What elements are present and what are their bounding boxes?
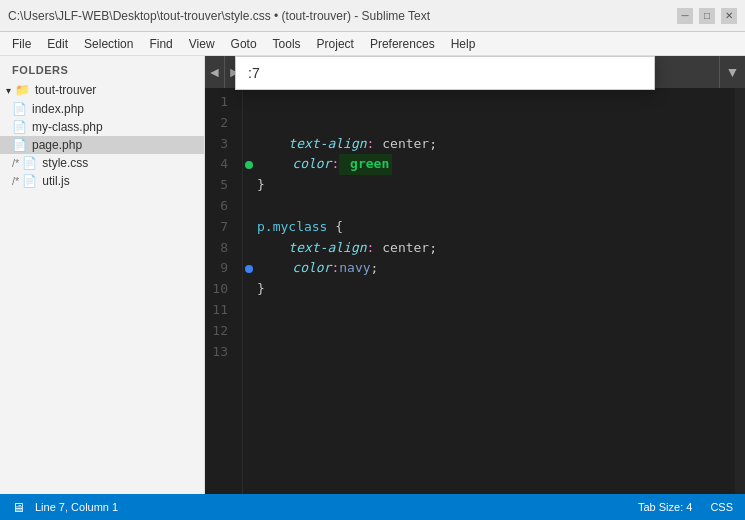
- menu-view[interactable]: View: [181, 35, 223, 53]
- file-name: my-class.php: [32, 120, 103, 134]
- menu-find[interactable]: Find: [141, 35, 180, 53]
- file-icon: 📄: [12, 138, 27, 152]
- sidebar-item-my-class-php[interactable]: 📄 my-class.php: [0, 118, 204, 136]
- code-token: ;: [429, 238, 437, 259]
- code-token: :: [331, 154, 339, 175]
- code-token: color: [261, 154, 331, 175]
- sidebar-header: FOLDERS: [0, 56, 204, 80]
- code-token: }: [257, 175, 265, 196]
- code-line-10: }: [257, 279, 735, 300]
- code-token: text-align: [257, 134, 367, 155]
- code-line-9: color:navy;: [257, 258, 735, 279]
- close-button[interactable]: ✕: [721, 8, 737, 24]
- menu-tools[interactable]: Tools: [265, 35, 309, 53]
- code-line-5: }: [257, 175, 735, 196]
- line-number: 6: [205, 196, 234, 217]
- title-text: C:\Users\JLF-WEB\Desktop\tout-trouver\st…: [8, 9, 677, 23]
- line-number: 1: [205, 92, 234, 113]
- main-layout: FOLDERS ▾ 📁 tout-trouver 📄 index.php 📄 m…: [0, 56, 745, 494]
- menu-selection[interactable]: Selection: [76, 35, 141, 53]
- tab-list-button[interactable]: ▼: [719, 56, 745, 88]
- statusbar: 🖥 Line 7, Column 1 Tab Size: 4 CSS: [0, 494, 745, 520]
- code-token: center: [374, 238, 429, 259]
- monitor-icon: 🖥: [12, 500, 25, 515]
- sidebar-item-util-js[interactable]: /* 📄 util.js: [0, 172, 204, 190]
- code-token: ;: [429, 134, 437, 155]
- status-right: Tab Size: 4 CSS: [638, 501, 733, 513]
- language-mode[interactable]: CSS: [710, 501, 733, 513]
- menubar: File Edit Selection Find View Goto Tools…: [0, 32, 745, 56]
- root-folder-name: tout-trouver: [35, 83, 96, 97]
- file-icon: 📄: [12, 102, 27, 116]
- line-number: 5: [205, 175, 234, 196]
- line-number: 10: [205, 279, 234, 300]
- line-number: 8: [205, 238, 234, 259]
- sidebar-root-folder[interactable]: ▾ 📁 tout-trouver: [0, 80, 204, 100]
- code-line-3: text-align: center;: [257, 134, 735, 155]
- sidebar-item-style-css[interactable]: /* 📄 style.css: [0, 154, 204, 172]
- folder-arrow-icon: ▾: [6, 85, 11, 96]
- code-token: text-align: [257, 238, 367, 259]
- code-line-7: p.myclass {: [257, 217, 735, 238]
- code-token: [327, 217, 335, 238]
- code-token: navy: [339, 258, 370, 279]
- goto-input[interactable]: [236, 57, 654, 89]
- line-number: 11: [205, 300, 234, 321]
- sidebar-item-page-php[interactable]: 📄 page.php: [0, 136, 204, 154]
- sidebar: FOLDERS ▾ 📁 tout-trouver 📄 index.php 📄 m…: [0, 56, 205, 494]
- code-token: :: [331, 258, 339, 279]
- menu-project[interactable]: Project: [309, 35, 362, 53]
- file-name: util.js: [42, 174, 69, 188]
- code-editor[interactable]: text-align: center; color: green } p.myc…: [243, 88, 735, 494]
- cursor-position: Line 7, Column 1: [35, 501, 118, 513]
- window-controls: ─ □ ✕: [677, 8, 737, 24]
- code-line-12: [257, 321, 735, 342]
- maximize-button[interactable]: □: [699, 8, 715, 24]
- menu-edit[interactable]: Edit: [39, 35, 76, 53]
- titlebar: C:\Users\JLF-WEB\Desktop\tout-trouver\st…: [0, 0, 745, 32]
- menu-preferences[interactable]: Preferences: [362, 35, 443, 53]
- line-numbers: 1 2 3 4 5 6 7 8 9 10 11 12 13: [205, 88, 243, 494]
- tab-scroll-left[interactable]: ◄: [205, 56, 225, 88]
- code-line-1: [257, 92, 735, 113]
- editor-area: ◄ ► my-class.php style.css ▼ 1 2 3 4: [205, 56, 745, 494]
- folder-icon: 📁: [15, 83, 30, 97]
- line-number: 9: [205, 258, 234, 279]
- file-prefix: /*: [12, 157, 19, 169]
- code-token: center: [374, 134, 429, 155]
- line-number: 4: [205, 154, 234, 175]
- code-token: :: [367, 238, 375, 259]
- code-line-6: [257, 196, 735, 217]
- editor-content: 1 2 3 4 5 6 7 8 9 10 11 12 13: [205, 88, 745, 494]
- breakpoint-dot-green: [245, 161, 253, 169]
- file-icon: 📄: [12, 120, 27, 134]
- line-number: 12: [205, 321, 234, 342]
- code-line-11: [257, 300, 735, 321]
- status-left: 🖥 Line 7, Column 1: [12, 500, 118, 515]
- code-token: :: [367, 134, 375, 155]
- file-name: index.php: [32, 102, 84, 116]
- tab-size[interactable]: Tab Size: 4: [638, 501, 692, 513]
- code-token: green: [339, 154, 392, 175]
- line-number: 13: [205, 342, 234, 363]
- code-token: ;: [371, 258, 379, 279]
- code-token: {: [335, 217, 343, 238]
- breakpoint-dot-blue: [245, 265, 253, 273]
- menu-help[interactable]: Help: [443, 35, 484, 53]
- goto-input-overlay: [235, 56, 655, 90]
- minimize-button[interactable]: ─: [677, 8, 693, 24]
- menu-file[interactable]: File: [4, 35, 39, 53]
- file-icon: 📄: [22, 174, 37, 188]
- code-token: p.myclass: [257, 217, 327, 238]
- code-line-8: text-align: center;: [257, 238, 735, 259]
- menu-goto[interactable]: Goto: [223, 35, 265, 53]
- code-token: color: [261, 258, 331, 279]
- code-line-2: [257, 113, 735, 134]
- code-token: }: [257, 279, 265, 300]
- line-number: 7: [205, 217, 234, 238]
- line-number: 3: [205, 134, 234, 155]
- file-name: page.php: [32, 138, 82, 152]
- minimap: [735, 88, 745, 494]
- sidebar-item-index-php[interactable]: 📄 index.php: [0, 100, 204, 118]
- line-number: 2: [205, 113, 234, 134]
